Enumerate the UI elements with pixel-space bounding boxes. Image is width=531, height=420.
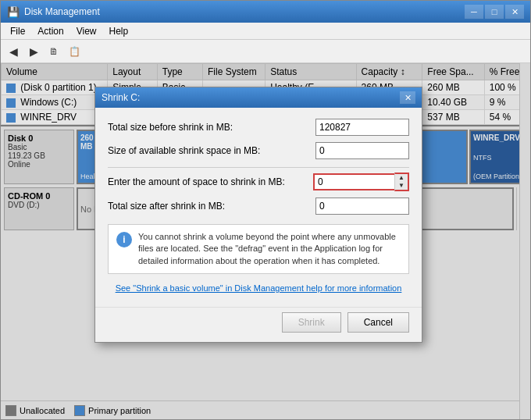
legend-unallocated-label: Unallocated [20,406,65,415]
cell-free: 537 MB [422,110,484,125]
menu-action[interactable]: Action [31,24,69,37]
forward-button[interactable]: ▶ [24,42,43,61]
disk-0-type: Basic [8,143,70,151]
minimize-button[interactable]: ─ [465,5,483,19]
maximize-button[interactable]: □ [485,5,504,19]
input-total-before [315,119,409,136]
dialog-row-3: Enter the amount of space to shrink in M… [108,173,409,191]
dialog-row-4: Total size after shrink in MB: [108,198,409,215]
disk-0-size: 119.23 GB [8,151,70,160]
window-icon: 💾 [7,6,20,18]
col-header-layout[interactable]: Layout [108,64,158,80]
main-content: Volume Layout Type File System Status Ca… [1,63,530,419]
label-total-before: Total size before shrink in MB: [108,122,315,133]
dialog-title-bar: Shrink C: ✕ [95,87,422,108]
disk-0-label: Disk 0 Basic 119.23 GB Online [4,130,74,184]
cdrom-name: CD-ROM 0 [8,191,70,201]
cell-volume: WINRE_DRV [2,110,108,125]
dialog-row-1: Total size before shrink in MB: [108,119,409,136]
clip-button[interactable]: 📋 [65,42,84,61]
cell-free: 10.40 GB [422,95,484,110]
toolbar: ◀ ▶ 🗎 📋 [1,40,530,63]
scrollbar[interactable] [519,126,530,400]
col-header-volume[interactable]: Volume [2,64,108,80]
col-header-type[interactable]: Type [157,64,202,80]
label-available-space: Size of available shrink space in MB: [108,145,315,156]
title-bar-left: 💾 Disk Management [7,6,100,18]
info-box: i You cannot shrink a volume beyond the … [108,224,409,274]
window-title: Disk Management [24,6,100,17]
cell-volume: Windows (C:) [2,95,108,110]
back-button[interactable]: ◀ [4,42,23,61]
legend-unallocated: Unallocated [5,405,65,416]
input-available-space [315,142,409,159]
dialog-body: Total size before shrink in MB: Size of … [95,108,422,307]
partition-recovery-fs: NTFS [473,154,523,162]
label-total-after: Total size after shrink in MB: [108,201,315,212]
legend-unallocated-color [5,405,16,416]
dialog-row-2: Size of available shrink space in MB: [108,142,409,159]
col-header-capacity[interactable]: Capacity ↕ [356,64,422,80]
cell-volume: (Disk 0 partition 1) [2,80,108,95]
info-icon: i [116,232,132,247]
legend-primary-label: Primary partition [88,406,151,415]
cancel-button[interactable]: Cancel [347,312,409,333]
partition-recovery-name: WINRE_DRV [473,133,523,142]
cell-free: 260 MB [422,80,484,95]
menu-view[interactable]: View [70,24,103,37]
spinner-down-button[interactable]: ▼ [395,182,408,190]
col-header-fs[interactable]: File System [203,64,266,80]
close-button[interactable]: ✕ [505,5,524,19]
shrink-button[interactable]: Shrink [282,312,341,333]
menu-help[interactable]: Help [103,24,135,37]
cdrom-type: DVD (D:) [8,201,70,209]
input-total-after [315,198,409,215]
doc-button[interactable]: 🗎 [45,42,63,61]
partition-recovery[interactable]: WINRE_DRV NTFS (OEM Partition) [469,130,527,184]
disk-0-status: Online [8,160,70,169]
col-header-free[interactable]: Free Spa... [422,64,484,80]
shrink-dialog: Shrink C: ✕ Total size before shrink in … [94,87,422,343]
spinner-up-button[interactable]: ▲ [395,174,408,182]
shrink-amount-input[interactable] [313,173,394,190]
shrink-spinner: ▲ ▼ [313,173,409,191]
dialog-close-button[interactable]: ✕ [400,91,415,104]
cdrom-label: CD-ROM 0 DVD (D:) [4,187,74,230]
spinner-controls: ▲ ▼ [394,173,409,191]
title-bar: 💾 Disk Management ─ □ ✕ [1,1,530,23]
dialog-footer: Shrink Cancel [95,307,422,342]
legend-area: Unallocated Primary partition [1,400,530,419]
info-text: You cannot shrink a volume beyond the po… [138,231,401,267]
disk-0-name: Disk 0 [8,133,70,143]
title-bar-controls: ─ □ ✕ [465,5,524,19]
legend-primary-color [74,405,85,416]
col-header-status[interactable]: Status [266,64,356,80]
menu-file[interactable]: File [4,24,31,37]
dialog-title: Shrink C: [102,92,140,103]
main-window: 💾 Disk Management ─ □ ✕ File Action View… [0,0,531,420]
menu-bar: File Action View Help [1,23,530,40]
partition-recovery-type: (OEM Partition) [473,173,523,180]
label-shrink-amount: Enter the amount of space to shrink in M… [108,176,313,187]
legend-primary: Primary partition [74,405,151,416]
help-link[interactable]: See "Shrink a basic volume" in Disk Mana… [108,280,409,299]
